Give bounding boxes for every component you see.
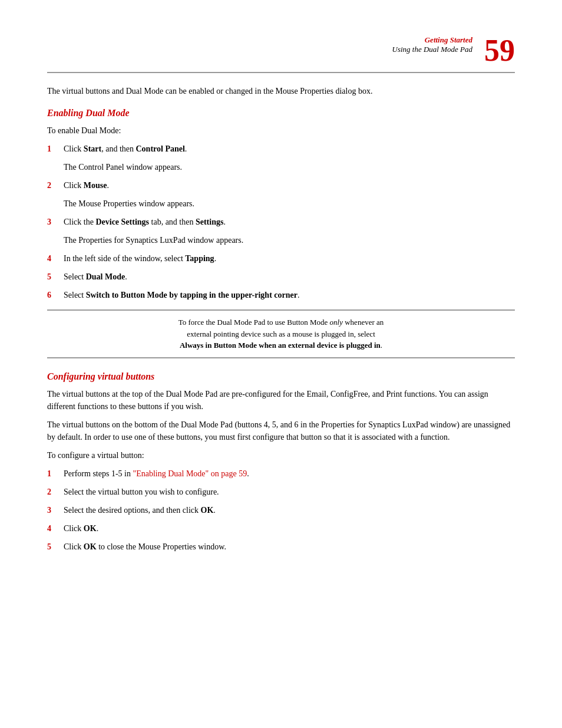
enabling-dual-mode-link[interactable]: "Enabling Dual Mode" on page 59 (133, 469, 247, 478)
page-number: 59 (484, 35, 515, 66)
step-2-note: The Mouse Properties window appears. (64, 197, 515, 210)
s2-step-number-3: 3 (47, 504, 64, 516)
s2-step-number-4: 4 (47, 522, 64, 535)
s2-step-number-1: 1 (47, 467, 64, 480)
s2-step-number-2: 2 (47, 486, 64, 498)
step-number-5: 5 (47, 271, 64, 283)
list-item: 4 Click OK. (47, 522, 515, 535)
list-item: 4 In the left side of the window, select… (47, 252, 515, 265)
list-item: 1 Click Start, and then Control Panel. (47, 143, 515, 155)
section-configuring-virtual-buttons: Configuring virtual buttons The virtual … (47, 371, 515, 553)
section1-steps: 1 Click Start, and then Control Panel. T… (47, 143, 515, 301)
list-item: 3 Select the desired options, and then c… (47, 504, 515, 516)
header-chapter: Getting Started (392, 35, 472, 45)
step-number-3: 3 (47, 216, 64, 228)
main-content: The virtual buttons and Dual Mode can be… (0, 73, 562, 571)
list-item: 6 Select Switch to Button Mode by tappin… (47, 289, 515, 301)
list-item: 5 Click OK to close the Mouse Properties… (47, 541, 515, 553)
intro-paragraph: The virtual buttons and Dual Mode can be… (47, 85, 515, 97)
header-text-block: Getting Started Using the Dual Mode Pad (392, 35, 472, 54)
step-1-content: Click Start, and then Control Panel. (64, 143, 515, 155)
list-item: 2 Click Mouse. (47, 179, 515, 192)
step-number-2: 2 (47, 179, 64, 192)
page-header: Getting Started Using the Dual Mode Pad … (0, 0, 562, 72)
s2-step-2-content: Select the virtual button you wish to co… (64, 486, 515, 498)
page: Getting Started Using the Dual Mode Pad … (0, 0, 562, 728)
section2-steps: 1 Perform steps 1-5 in "Enabling Dual Mo… (47, 467, 515, 553)
header-subtitle: Using the Dual Mode Pad (392, 45, 472, 54)
step-4-content: In the left side of the window, select T… (64, 252, 515, 265)
step-number-1: 1 (47, 143, 64, 155)
s2-step-1-content: Perform steps 1-5 in "Enabling Dual Mode… (64, 467, 515, 480)
s2-step-4-content: Click OK. (64, 522, 515, 535)
step-3-note: The Properties for Synaptics LuxPad wind… (64, 234, 515, 246)
section2-para1: The virtual buttons at the top of the Du… (47, 388, 515, 413)
step-6-content: Select Switch to Button Mode by tapping … (64, 289, 515, 301)
section-enabling-dual-mode: Enabling Dual Mode To enable Dual Mode: … (47, 108, 515, 358)
step-1-note: The Control Panel window appears. (64, 161, 515, 173)
step-2-content: Click Mouse. (64, 179, 515, 192)
step-number-6: 6 (47, 289, 64, 301)
list-item: 1 Perform steps 1-5 in "Enabling Dual Mo… (47, 467, 515, 480)
note-box-text: To force the Dual Mode Pad to use Button… (82, 317, 480, 351)
section1-lead: To enable Dual Mode: (47, 124, 515, 137)
s2-step-3-content: Select the desired options, and then cli… (64, 504, 515, 516)
s2-step-number-5: 5 (47, 541, 64, 553)
step-5-content: Select Dual Mode. (64, 271, 515, 283)
list-item: 2 Select the virtual button you wish to … (47, 486, 515, 498)
step-3-content: Click the Device Settings tab, and then … (64, 216, 515, 228)
section2-para2: The virtual buttons on the bottom of the… (47, 419, 515, 443)
list-item: 5 Select Dual Mode. (47, 271, 515, 283)
s2-step-5-content: Click OK to close the Mouse Properties w… (64, 541, 515, 553)
section1-heading: Enabling Dual Mode (47, 108, 515, 118)
section2-heading: Configuring virtual buttons (47, 371, 515, 382)
list-item: 3 Click the Device Settings tab, and the… (47, 216, 515, 228)
step-number-4: 4 (47, 252, 64, 265)
section2-para3: To configure a virtual button: (47, 449, 515, 462)
note-box: To force the Dual Mode Pad to use Button… (47, 309, 515, 358)
